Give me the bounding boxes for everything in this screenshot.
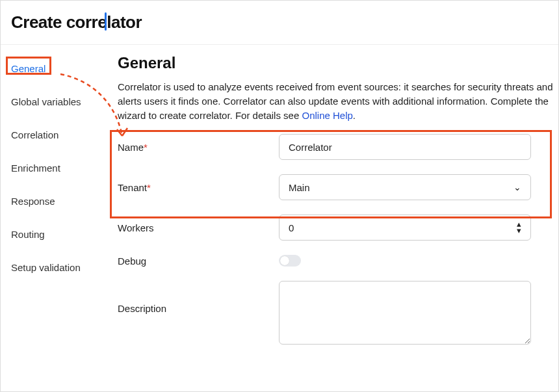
tenant-label: Tenant* (118, 182, 279, 193)
tenant-select[interactable]: Main ⌄ (279, 174, 531, 200)
sidebar-item-general[interactable]: General (8, 59, 105, 78)
field-row-name: Name* (118, 134, 558, 160)
name-field[interactable] (279, 134, 531, 160)
field-row-debug: Debug (118, 255, 558, 267)
header: Create correlator (1, 1, 558, 45)
section-heading: General (118, 54, 558, 72)
workers-stepper[interactable]: 0 ▴▾ (279, 215, 531, 241)
field-row-description: Description (118, 281, 558, 345)
main-panel: General Correlator is used to analyze ev… (105, 45, 558, 390)
field-row-tenant: Tenant* Main ⌄ (118, 174, 558, 200)
section-description: Correlator is used to analyze events rec… (118, 80, 558, 122)
wizard-window: Create correlator General Global variabl… (0, 0, 559, 392)
debug-label: Debug (118, 255, 279, 267)
sidebar-item-response[interactable]: Response (8, 192, 105, 211)
debug-toggle[interactable] (279, 255, 301, 267)
sidebar-item-enrichment[interactable]: Enrichment (8, 159, 105, 177)
sidebar-item-setup-validation[interactable]: Setup validation (8, 258, 105, 277)
sidebar-item-global-variables[interactable]: Global variables (8, 92, 105, 111)
sidebar-active-indicator (105, 12, 107, 31)
form-area: Name* Tenant* Main ⌄ Workers (118, 134, 558, 345)
chevron-down-icon: ⌄ (514, 182, 521, 192)
field-row-workers: Workers 0 ▴▾ (118, 215, 558, 241)
body: General Global variables Correlation Enr… (1, 45, 558, 390)
workers-label: Workers (118, 222, 279, 233)
name-label: Name* (118, 142, 279, 153)
online-help-link[interactable]: Online Help (302, 110, 352, 121)
stepper-icon: ▴▾ (517, 221, 521, 235)
sidebar-item-routing[interactable]: Routing (8, 225, 105, 244)
page-title: Create correlator (11, 12, 548, 33)
sidebar: General Global variables Correlation Enr… (1, 45, 105, 390)
description-field[interactable] (279, 281, 531, 345)
description-label: Description (118, 281, 279, 314)
sidebar-item-correlation[interactable]: Correlation (8, 125, 105, 144)
